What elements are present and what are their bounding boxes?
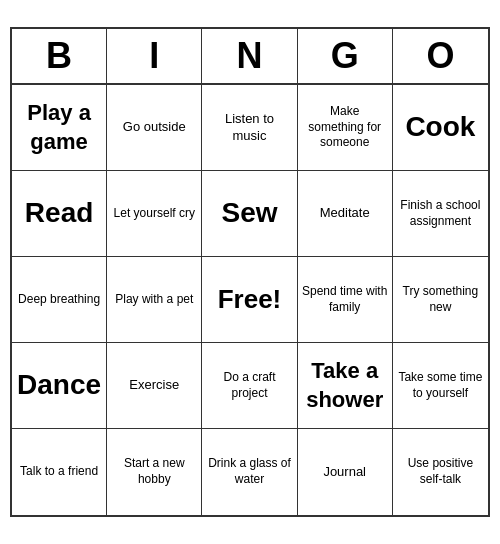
bingo-cell: Exercise (107, 343, 202, 429)
bingo-cell: Free! (202, 257, 297, 343)
bingo-cell: Use positive self-talk (393, 429, 488, 515)
bingo-cell: Take some time to yourself (393, 343, 488, 429)
bingo-cell: Dance (12, 343, 107, 429)
bingo-cell: Meditate (298, 171, 393, 257)
bingo-cell: Deep breathing (12, 257, 107, 343)
header-letter: I (107, 29, 202, 83)
bingo-cell: Do a craft project (202, 343, 297, 429)
header-letter: O (393, 29, 488, 83)
bingo-cell: Play with a pet (107, 257, 202, 343)
bingo-cell: Go outside (107, 85, 202, 171)
bingo-cell: Talk to a friend (12, 429, 107, 515)
bingo-cell: Read (12, 171, 107, 257)
bingo-cell: Drink a glass of water (202, 429, 297, 515)
bingo-cell: Spend time with family (298, 257, 393, 343)
bingo-grid: Play a gameGo outsideListen to musicMake… (12, 85, 488, 515)
bingo-cell: Listen to music (202, 85, 297, 171)
header-letter: N (202, 29, 297, 83)
bingo-header: BINGO (12, 29, 488, 85)
header-letter: B (12, 29, 107, 83)
header-letter: G (298, 29, 393, 83)
bingo-cell: Finish a school assignment (393, 171, 488, 257)
bingo-card: BINGO Play a gameGo outsideListen to mus… (10, 27, 490, 517)
bingo-cell: Sew (202, 171, 297, 257)
bingo-cell: Start a new hobby (107, 429, 202, 515)
bingo-cell: Journal (298, 429, 393, 515)
bingo-cell: Make something for someone (298, 85, 393, 171)
bingo-cell: Play a game (12, 85, 107, 171)
bingo-cell: Try something new (393, 257, 488, 343)
bingo-cell: Take a shower (298, 343, 393, 429)
bingo-cell: Let yourself cry (107, 171, 202, 257)
bingo-cell: Cook (393, 85, 488, 171)
